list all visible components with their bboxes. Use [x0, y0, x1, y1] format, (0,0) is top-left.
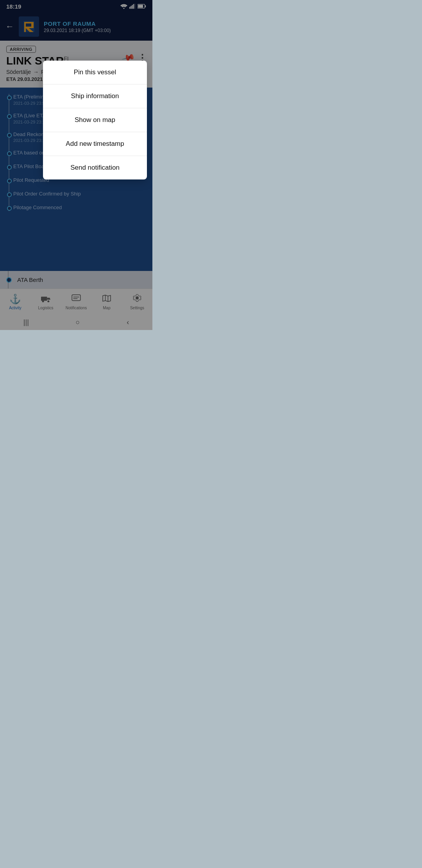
menu-item-show-map[interactable]: Show on map	[43, 108, 147, 132]
menu-item-add-timestamp[interactable]: Add new timestamp	[43, 132, 147, 156]
menu-item-pin[interactable]: Pin this vessel	[43, 61, 147, 84]
menu-item-ship-info[interactable]: Ship information	[43, 84, 147, 108]
context-menu: Pin this vessel Ship information Show on…	[43, 61, 147, 179]
menu-item-send-notification[interactable]: Send notification	[43, 156, 147, 179]
